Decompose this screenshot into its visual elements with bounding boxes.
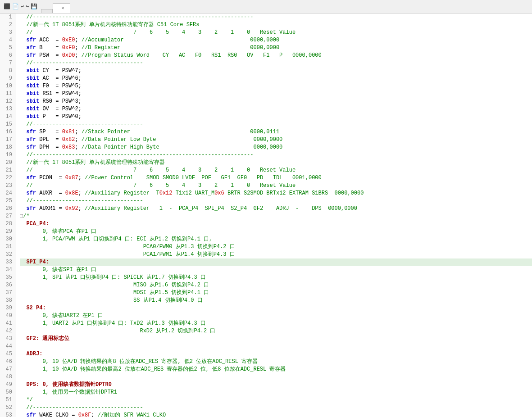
- code-line-23: // 7 6 5 4 3 2 1 0 Reset Value: [20, 182, 532, 190]
- code-line-17: sfr DPL = 0x82; //Data Pointer Low Byte …: [20, 136, 532, 144]
- line-num-18: 18: [4, 144, 12, 151]
- line-num-26: 26: [4, 205, 12, 213]
- line-num-3: 3: [4, 29, 12, 36]
- code-line-33: SPI_P4:: [20, 258, 532, 266]
- title-bar: ⬛ 📄 ↩ ↪ 💾 ✕: [0, 0, 532, 14]
- code-line-36: MISO 从P1.6 切换到P4.2 口: [20, 281, 532, 289]
- code-line-37: MOSI 从P1.5 切换到P4.1 口: [20, 289, 532, 297]
- code-line-47: 1, 10 位A/D 转换结果的最高2 位放在ADC_RES 寄存器的低2 位,…: [20, 366, 532, 373]
- code-line-40: 0, 缺省UART2 在P1 口: [20, 312, 532, 320]
- line-numbers: 1234567891011121314151617181920212223242…: [0, 14, 16, 417]
- toolbar-icon-4[interactable]: ↪: [26, 3, 29, 10]
- tabs-container: ✕: [41, 0, 70, 13]
- code-line-8: sbit CY = PSW^7;: [20, 67, 532, 75]
- line-num-12: 12: [4, 98, 12, 105]
- code-line-20: //新一代 1T 8051系列 单片机系统管理特殊功能寄存器: [20, 159, 532, 167]
- line-num-20: 20: [4, 159, 12, 167]
- code-line-19: //--------------------------------------…: [20, 151, 532, 159]
- code-line-53: sfr WAKE_CLKO = 0x8F; //附加的 SFR WAK1_CLK…: [20, 412, 532, 417]
- code-line-50: 1, 使用另一个数据指针DPTR1: [20, 389, 532, 396]
- code-line-26: sfr AUXR1 = 0x92; //Auxiliary Register 1…: [20, 205, 532, 213]
- code-line-25: //----------------------------------: [20, 197, 532, 205]
- toolbar-icon-3[interactable]: ↩: [21, 3, 24, 10]
- code-line-2: //新一代 1T 8051系列 单片机内核特殊功能寄存器 C51 Core SF…: [20, 21, 532, 29]
- line-num-17: 17: [4, 136, 12, 144]
- line-num-53: 53: [4, 412, 12, 417]
- code-line-16: sfr SP = 0x81; //Stack Pointer 0000,0111: [20, 128, 532, 136]
- line-num-4: 4: [4, 36, 12, 44]
- line-num-32: 32: [4, 251, 12, 258]
- code-line-22: sfr PCON = 0x87; //Power Control SMOD SM…: [20, 174, 532, 182]
- code-line-12: sbit RS0 = PSW^3;: [20, 98, 532, 105]
- line-num-42: 42: [4, 327, 12, 335]
- line-num-33: 33: [4, 258, 12, 266]
- line-num-2: 2: [4, 21, 12, 29]
- line-num-38: 38: [4, 297, 12, 304]
- line-num-6: 6: [4, 52, 12, 59]
- line-num-5: 5: [4, 44, 12, 52]
- code-line-30: 1, PCA/PWM 从P1 口切换到P4 口: ECI 从P1.2 切换到P4…: [20, 236, 532, 243]
- code-line-31: PCA0/PWM0 从P1.3 切换到P4.2 口: [20, 243, 532, 251]
- code-line-51: */: [20, 396, 532, 404]
- code-line-38: SS 从P1.4 切换到P4.0 口: [20, 297, 532, 304]
- code-line-45: ADRJ:: [20, 350, 532, 358]
- line-num-47: 47: [4, 366, 12, 373]
- code-line-11: sbit RS1 = PSW^4;: [20, 90, 532, 98]
- code-line-46: 0, 10 位A/D 转换结果的高8 位放在ADC_RES 寄存器, 低2 位放…: [20, 358, 532, 366]
- line-num-44: 44: [4, 343, 12, 350]
- code-line-39: S2_P4:: [20, 304, 532, 312]
- line-num-35: 35: [4, 274, 12, 281]
- code-line-4: sfr ACC = 0xE0; //Accumulator 0000,0000: [20, 36, 532, 44]
- line-num-8: 8: [4, 67, 12, 75]
- tab-stc-close[interactable]: ✕: [61, 5, 64, 11]
- code-line-28: PCA_P4:: [20, 220, 532, 228]
- code-line-18: sfr DPH = 0x83; //Data Pointer High Byte…: [20, 144, 532, 151]
- code-area[interactable]: //--------------------------------------…: [16, 14, 532, 417]
- toolbar-icons: ⬛ 📄 ↩ ↪ 💾: [4, 3, 37, 10]
- line-num-41: 41: [4, 320, 12, 327]
- code-line-10: sbit F0 = PSW^5;: [20, 82, 532, 90]
- code-line-49: DPS: 0, 使用缺省数据指针DPTR0: [20, 381, 532, 389]
- code-line-44: [20, 343, 532, 350]
- line-num-30: 30: [4, 236, 12, 243]
- line-num-21: 21: [4, 167, 12, 174]
- code-line-14: sbit P = PSW^0;: [20, 113, 532, 121]
- line-num-43: 43: [4, 335, 12, 343]
- toolbar-icon-5[interactable]: 💾: [31, 3, 37, 10]
- line-num-25: 25: [4, 197, 12, 205]
- line-num-39: 39: [4, 304, 12, 312]
- code-line-6: sfr PSW = 0xD0; //Program Status Word CY…: [20, 52, 532, 59]
- line-num-37: 37: [4, 289, 12, 297]
- line-num-31: 31: [4, 243, 12, 251]
- code-line-52: //----------------------------------: [20, 404, 532, 412]
- code-line-1: //--------------------------------------…: [20, 14, 532, 21]
- toolbar-icon-1[interactable]: ⬛: [4, 3, 10, 10]
- line-num-24: 24: [4, 190, 12, 197]
- code-line-43: GF2: 通用标志位: [20, 335, 532, 343]
- line-num-40: 40: [4, 312, 12, 320]
- line-num-10: 10: [4, 82, 12, 90]
- line-num-23: 23: [4, 182, 12, 190]
- line-num-14: 14: [4, 113, 12, 121]
- code-line-35: 1, SPI 从P1 口切换到P4 口: SPICLK 从P1.7 切换到P4.…: [20, 274, 532, 281]
- line-num-46: 46: [4, 358, 12, 366]
- line-num-7: 7: [4, 59, 12, 67]
- editor-container: 1234567891011121314151617181920212223242…: [0, 14, 532, 417]
- line-num-16: 16: [4, 128, 12, 136]
- tab-scan[interactable]: [41, 9, 53, 13]
- line-num-48: 48: [4, 373, 12, 381]
- tab-stc[interactable]: ✕: [53, 3, 70, 13]
- code-line-13: sbit OV = PSW^2;: [20, 105, 532, 113]
- code-line-48: [20, 373, 532, 381]
- line-num-29: 29: [4, 228, 12, 236]
- code-line-3: // 7 6 5 4 3 2 1 0 Reset Value: [20, 29, 532, 36]
- code-line-29: 0, 缺省PCA 在P1 口: [20, 228, 532, 236]
- toolbar-icon-2[interactable]: 📄: [12, 3, 19, 10]
- line-num-50: 50: [4, 389, 12, 396]
- code-line-41: 1, UART2 从P1 口切换到P4 口: TxD2 从P1.3 切换到P4.…: [20, 320, 532, 327]
- line-num-22: 22: [4, 174, 12, 182]
- code-line-24: sfr AUXR = 0x8E; //Auxiliary Register T0…: [20, 190, 532, 197]
- code-line-15: //----------------------------------: [20, 121, 532, 128]
- code-line-9: sbit AC = PSW^6;: [20, 75, 532, 82]
- line-num-49: 49: [4, 381, 12, 389]
